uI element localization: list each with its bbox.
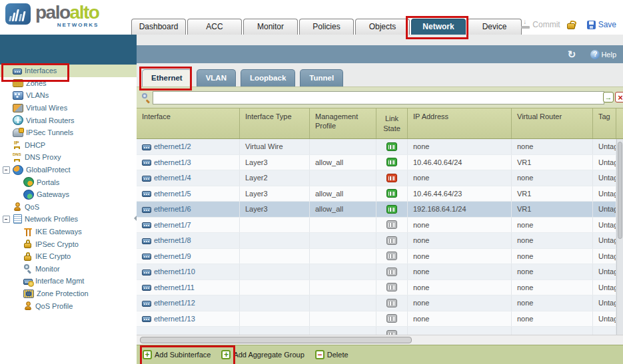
sidebar-item-portals[interactable]: Portals: [0, 176, 137, 188]
interface-name-link[interactable]: ethernet1/5: [154, 190, 191, 198]
collapse-toggle-icon[interactable]: [3, 166, 10, 174]
sidebar-item-zones[interactable]: Zones: [0, 77, 137, 90]
sidebar-item-dns-proxy[interactable]: DNS Proxy: [0, 151, 137, 164]
nav-tab-network[interactable]: Network: [411, 19, 466, 35]
column-header-ip-address[interactable]: IP Address: [408, 108, 512, 138]
sidebar-item-gateways[interactable]: Gateways: [0, 188, 137, 201]
commit-button[interactable]: Commit: [532, 20, 560, 29]
table-row[interactable]: ethernet1/8nonenoneUntagged: [137, 233, 623, 249]
column-header-management-profile[interactable]: Management Profile: [310, 108, 376, 138]
nav-tab-objects[interactable]: Objects: [355, 19, 410, 35]
interface-name-link[interactable]: ethernet1/11: [154, 283, 195, 291]
table-row[interactable]: ethernet1/4Layer2nonenoneUntagged: [137, 170, 623, 186]
ip-address-cell: none: [408, 233, 512, 248]
sidebar-item-virtual-routers[interactable]: Virtual Routers: [0, 114, 137, 126]
table-row[interactable]: ethernet1/7nonenoneUntagged: [137, 218, 623, 234]
table-row[interactable]: ethernet1/5Layer3allow_all10.46.44.64/23…: [137, 186, 623, 202]
virtual-router-cell: none: [512, 295, 593, 311]
apply-filter-button[interactable]: →: [603, 92, 614, 102]
sidebar-item-label: Interface Mgmt: [35, 277, 84, 285]
footer-button-delete[interactable]: −Delete: [315, 350, 348, 359]
sidebar-item-ipsec-tunnels[interactable]: IPSec Tunnels: [0, 126, 137, 139]
interface-name-link[interactable]: ethernet1/3: [154, 158, 191, 166]
interface-type-cell: Layer3: [240, 186, 310, 202]
column-header-tag[interactable]: Tag: [593, 108, 616, 138]
horizontal-scrollbar[interactable]: [137, 335, 623, 345]
commit-icon[interactable]: [521, 21, 530, 29]
sidebar-item-dhcp[interactable]: DHCP: [0, 139, 137, 152]
table-row[interactable]: ethernet1/2Virtual WirenonenoneUntagged: [137, 139, 623, 155]
sidebar-item-ike-gateways[interactable]: IKE Gateways: [0, 226, 137, 238]
horizontal-scrollbar-thumb[interactable]: [140, 337, 412, 343]
sidebar-item-network-profiles[interactable]: Network Profiles: [0, 213, 137, 226]
table-row[interactable]: ethernet1/3Layer3allow_all10.46.40.64/24…: [137, 155, 623, 171]
sidebar-item-qos[interactable]: QoS: [0, 201, 137, 214]
vertical-scrollbar-thumb[interactable]: [618, 142, 622, 239]
sidebar-item-label: Gateways: [37, 190, 69, 198]
interface-name-link[interactable]: ethernet1/10: [154, 268, 195, 275]
table-row[interactable]: ethernet1/12nonenoneUntagged: [137, 295, 623, 311]
subtab-vlan[interactable]: VLAN: [197, 69, 236, 87]
column-header-interface-type[interactable]: Interface Type: [240, 108, 310, 138]
nav-tab-dashboard[interactable]: Dashboard: [131, 19, 186, 35]
column-header-interface[interactable]: Interface: [137, 108, 240, 138]
footer-button-add-aggregate-group[interactable]: +Add Aggregate Group: [221, 350, 304, 359]
interface-name-link[interactable]: ethernet1/9: [154, 252, 191, 260]
subtab-ethernet[interactable]: Ethernet: [142, 69, 192, 87]
interface-type-cell: [240, 295, 310, 311]
monitor-icon: [23, 264, 33, 273]
nav-tab-device[interactable]: Device: [467, 19, 522, 35]
tag-cell: [593, 327, 616, 335]
interface-type-cell: [240, 327, 310, 335]
nav-tab-monitor[interactable]: Monitor: [243, 19, 298, 35]
search-input[interactable]: [153, 91, 604, 104]
logo-subtitle: NETWORKS: [35, 23, 99, 28]
nav-tab-policies[interactable]: Policies: [299, 19, 354, 35]
interface-name-link[interactable]: ethernet1/12: [154, 299, 195, 307]
clear-filter-button[interactable]: ×: [615, 92, 623, 102]
table-row[interactable]: [137, 327, 623, 335]
sidebar-item-zone-protection[interactable]: Zone Protection: [0, 287, 137, 300]
sidebar-item-monitor[interactable]: Monitor: [0, 263, 137, 275]
table-row[interactable]: ethernet1/13nonenoneUntagged: [137, 311, 623, 327]
sidebar-item-interfaces[interactable]: Interfaces: [0, 65, 137, 77]
sidebar-tree: InterfacesZonesVLANsVirtual WiresVirtual…: [0, 65, 137, 312]
sidebar-item-vlans[interactable]: VLANs: [0, 89, 137, 102]
table-row[interactable]: ethernet1/6Layer3allow_all192.168.64.1/2…: [137, 202, 623, 218]
table-row[interactable]: ethernet1/10nonenoneUntagged: [137, 264, 623, 280]
management-profile-cell: [310, 139, 376, 154]
table-row[interactable]: ethernet1/9nonenoneUntagged: [137, 249, 623, 265]
help-icon[interactable]: ?: [590, 50, 600, 59]
sidebar-item-interface-mgmt[interactable]: Interface Mgmt: [0, 275, 137, 287]
refresh-icon[interactable]: ↻: [568, 49, 576, 61]
save-icon[interactable]: [587, 21, 596, 29]
nav-tab-acc[interactable]: ACC: [187, 19, 242, 35]
sidebar-item-ipsec-crypto[interactable]: IPSec Crypto: [0, 238, 137, 250]
collapse-toggle-icon[interactable]: [3, 216, 10, 223]
interface-name-link[interactable]: ethernet1/7: [154, 221, 191, 229]
subtab-loopback[interactable]: Loopback: [241, 69, 295, 87]
save-button[interactable]: Save: [598, 20, 616, 29]
sidebar-item-virtual-wires[interactable]: Virtual Wires: [0, 102, 137, 114]
sidebar-item-qos-profile[interactable]: QoS Profile: [0, 299, 137, 312]
interface-name-link[interactable]: ethernet1/4: [154, 174, 191, 182]
vertical-scrollbar[interactable]: [616, 139, 623, 335]
column-header-virtual-router[interactable]: Virtual Router: [512, 108, 593, 138]
interface-name-link[interactable]: ethernet1/2: [154, 142, 191, 150]
sidebar-item-globalprotect[interactable]: GlobalProtect: [0, 164, 137, 176]
interface-name-link[interactable]: ethernet1/13: [154, 315, 195, 323]
sidebar-item-label: Virtual Routers: [26, 116, 75, 124]
link-state-up-icon: [386, 158, 397, 166]
interface-name-link[interactable]: ethernet1/8: [154, 236, 191, 244]
interface-name-cell: ethernet1/4: [137, 170, 240, 186]
ip-address-cell: none: [408, 218, 512, 233]
subtab-tunnel[interactable]: Tunnel: [300, 69, 343, 87]
help-link[interactable]: Help: [601, 51, 616, 59]
column-header-link-state[interactable]: Link State: [376, 108, 408, 138]
footer-button-add-subinterface[interactable]: +Add Subinterface: [143, 350, 211, 359]
sidebar-item-ike-crypto[interactable]: IKE Crypto: [0, 250, 137, 263]
unlock-icon[interactable]: [567, 21, 575, 29]
interface-name-link[interactable]: ethernet1/6: [154, 205, 191, 213]
table-row[interactable]: ethernet1/11nonenoneUntagged: [137, 280, 623, 296]
ip-address-cell: 10.46.40.64/24: [408, 155, 512, 170]
